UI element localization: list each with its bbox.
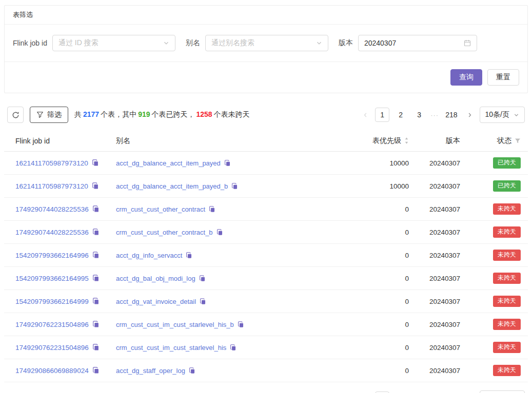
- alias-link[interactable]: crm_cust_cust_im_cust_starlevel_his: [116, 344, 226, 351]
- calendar-icon: [464, 39, 471, 47]
- alias-placeholder: 通过别名搜索: [211, 38, 254, 48]
- copy-icon[interactable]: [92, 205, 100, 213]
- summary-seg: 个表，其中: [101, 110, 136, 118]
- flink-job-id-link[interactable]: 1621411705987973120: [15, 159, 88, 167]
- status-cell: 未跨天: [460, 342, 521, 353]
- priority-cell: 10000: [337, 182, 409, 190]
- alias-link[interactable]: crm_cust_cust_other_contract: [116, 205, 205, 213]
- next-page-button[interactable]: [464, 112, 476, 118]
- copy-icon[interactable]: [216, 229, 223, 236]
- version-cell: 20240307: [409, 298, 460, 305]
- alias-link[interactable]: crm_cust_cust_im_cust_starlevel_his_b: [116, 321, 234, 328]
- status-badge: 未跨天: [493, 250, 521, 261]
- page-size-value: 10条/页: [485, 110, 509, 119]
- version-input[interactable]: [364, 39, 451, 47]
- page-button-2[interactable]: 2: [393, 108, 408, 122]
- status-badge: 未跨天: [493, 226, 521, 238]
- table-header: Flink job id 别名 表优先级 版本 状态: [4, 130, 528, 152]
- status-cell: 未跨天: [460, 273, 521, 284]
- copy-icon[interactable]: [92, 229, 100, 236]
- flink-job-id-cell: 1749290866069889024: [15, 367, 116, 375]
- flink-job-id-cell: 1621411705987973120: [15, 182, 116, 190]
- copy-icon[interactable]: [92, 367, 100, 374]
- copy-icon[interactable]: [92, 321, 100, 328]
- copy-icon[interactable]: [186, 252, 192, 259]
- flink-job-id-link[interactable]: 1542097993662164999: [15, 298, 89, 305]
- filter-button[interactable]: 筛选: [30, 107, 68, 123]
- table-body: 1621411705987973120 acct_dg_balance_acct…: [4, 152, 528, 382]
- page-size-select[interactable]: 10条/页: [480, 390, 525, 393]
- field-alias: 别名 通过别名搜索: [186, 35, 328, 51]
- priority-cell: 0: [337, 298, 409, 305]
- filter-actions: 查询 重置: [5, 62, 527, 93]
- header-priority[interactable]: 表优先级: [337, 136, 409, 146]
- field-version: 版本: [339, 35, 477, 51]
- header-alias[interactable]: 别名: [116, 136, 337, 146]
- header-status[interactable]: 状态: [460, 136, 521, 146]
- flink-job-id-select[interactable]: 通过 ID 搜索: [52, 35, 175, 51]
- alias-cell: crm_cust_cust_im_cust_starlevel_his: [116, 344, 337, 351]
- alias-link[interactable]: acct_dg_vat_invoice_detail: [116, 298, 196, 305]
- alias-link[interactable]: acct_dg_info_servacct: [116, 252, 182, 259]
- filter-funnel-icon[interactable]: [515, 138, 521, 144]
- flink-job-id-link[interactable]: 1542097993662164996: [15, 252, 89, 259]
- refresh-button[interactable]: [7, 107, 24, 123]
- copy-icon[interactable]: [200, 298, 206, 305]
- alias-link[interactable]: acct_dg_balance_acct_item_payed_b: [116, 182, 228, 190]
- page-button-1[interactable]: 1: [375, 108, 389, 122]
- copy-icon[interactable]: [231, 183, 238, 190]
- copy-icon[interactable]: [238, 321, 244, 328]
- version-cell: 20240307: [409, 229, 460, 236]
- alias-link[interactable]: acct_dg_staff_oper_log: [116, 367, 185, 375]
- status-cell: 未跨天: [460, 250, 521, 261]
- flink-job-id-link[interactable]: 1749290744028225536: [15, 205, 89, 213]
- copy-icon[interactable]: [92, 298, 100, 305]
- flink-job-id-cell: 1621411705987973120: [15, 159, 116, 167]
- table-row: 1749290762231504896 crm_cust_cust_im_cus…: [4, 336, 528, 359]
- copy-icon[interactable]: [230, 344, 237, 351]
- copy-icon[interactable]: [224, 160, 231, 167]
- copy-icon[interactable]: [209, 206, 215, 213]
- flink-job-id-link[interactable]: 1542097993662164995: [15, 275, 89, 282]
- flink-job-id-link[interactable]: 1749290744028225536: [15, 229, 89, 236]
- copy-icon[interactable]: [92, 252, 100, 259]
- copy-icon[interactable]: [92, 182, 99, 190]
- chevron-down-icon: [163, 40, 169, 46]
- summary-seg: 个表未跨天: [214, 110, 250, 118]
- flink-job-id-link[interactable]: 1749290866069889024: [15, 367, 89, 375]
- page-button-last[interactable]: 218: [443, 108, 460, 122]
- copy-icon[interactable]: [92, 159, 99, 167]
- page-ellipsis[interactable]: ···: [430, 111, 439, 119]
- version-cell: 20240307: [409, 275, 460, 282]
- flink-job-id-cell: 1749290744028225536: [15, 205, 116, 213]
- filter-row: Flink job id 通过 ID 搜索 别名 通过别名搜索: [5, 25, 527, 62]
- flink-job-id-link[interactable]: 1749290762231504896: [15, 321, 89, 328]
- alias-link[interactable]: acct_dg_bal_obj_modi_log: [116, 275, 195, 282]
- version-cell: 20240307: [409, 252, 460, 259]
- status-badge: 未跨天: [493, 296, 521, 307]
- copy-icon[interactable]: [92, 344, 100, 351]
- header-status-label: 状态: [497, 136, 511, 146]
- version-cell: 20240307: [409, 159, 460, 167]
- reset-button[interactable]: 重置: [487, 69, 519, 86]
- version-datepicker[interactable]: [358, 35, 477, 51]
- page-button-3[interactable]: 3: [412, 108, 426, 122]
- filter-card: 表筛选 Flink job id 通过 ID 搜索 别名 通过别名搜索: [4, 5, 528, 93]
- sort-icon[interactable]: [404, 137, 409, 144]
- flink-job-id-link[interactable]: 1749290762231504896: [15, 344, 89, 351]
- copy-icon[interactable]: [189, 367, 195, 374]
- flink-job-id-link[interactable]: 1621411705987973120: [15, 182, 88, 190]
- prev-page-button[interactable]: [360, 112, 371, 118]
- alias-select[interactable]: 通过别名搜索: [205, 35, 328, 51]
- page: 表筛选 Flink job id 通过 ID 搜索 别名 通过别名搜索: [0, 0, 532, 393]
- query-button[interactable]: 查询: [450, 69, 482, 86]
- alias-link[interactable]: acct_dg_balance_acct_item_payed: [116, 159, 221, 167]
- page-size-select[interactable]: 10条/页: [480, 107, 525, 123]
- priority-cell: 10000: [337, 159, 409, 167]
- copy-icon[interactable]: [92, 275, 100, 282]
- pagination-bottom: 1 2 3 ··· 218 10条/页: [4, 390, 525, 393]
- header-flink-job-id[interactable]: Flink job id: [15, 137, 116, 145]
- header-version[interactable]: 版本: [409, 136, 460, 146]
- copy-icon[interactable]: [199, 275, 206, 282]
- alias-link[interactable]: crm_cust_cust_other_contract_b: [116, 229, 213, 236]
